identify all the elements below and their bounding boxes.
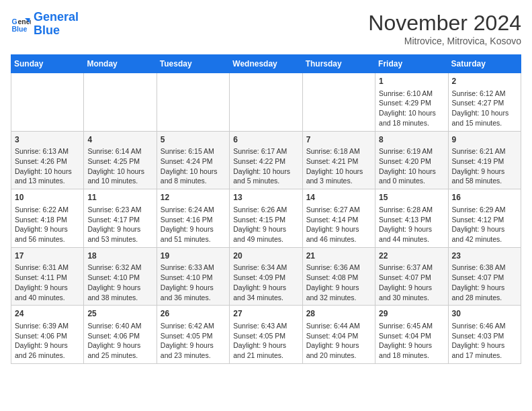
day-info: Sunrise: 6:44 AM Sunset: 4:04 PM Dayligh… xyxy=(306,321,371,361)
calendar-cell: 16Sunrise: 6:29 AM Sunset: 4:12 PM Dayli… xyxy=(448,189,521,248)
calendar-cell xyxy=(157,73,229,132)
weekday-header-tuesday: Tuesday xyxy=(157,55,229,73)
day-info: Sunrise: 6:39 AM Sunset: 4:06 PM Dayligh… xyxy=(15,321,80,361)
logo-text: General Blue xyxy=(34,11,79,38)
day-info: Sunrise: 6:10 AM Sunset: 4:29 PM Dayligh… xyxy=(379,89,444,128)
day-number: 25 xyxy=(87,308,152,320)
calendar-cell: 10Sunrise: 6:22 AM Sunset: 4:18 PM Dayli… xyxy=(11,189,84,248)
calendar-cell: 6Sunrise: 6:17 AM Sunset: 4:22 PM Daylig… xyxy=(230,131,302,189)
calendar-cell: 8Sunrise: 6:19 AM Sunset: 4:20 PM Daylig… xyxy=(375,131,448,189)
calendar-cell: 3Sunrise: 6:13 AM Sunset: 4:26 PM Daylig… xyxy=(11,131,84,189)
day-number: 26 xyxy=(161,308,226,320)
day-info: Sunrise: 6:29 AM Sunset: 4:12 PM Dayligh… xyxy=(452,205,517,244)
weekday-header-friday: Friday xyxy=(375,55,448,73)
header: G eneral Blue General Blue November 2024… xyxy=(11,11,521,46)
calendar-cell: 1Sunrise: 6:10 AM Sunset: 4:29 PM Daylig… xyxy=(375,73,448,132)
day-info: Sunrise: 6:27 AM Sunset: 4:14 PM Dayligh… xyxy=(306,205,371,244)
day-info: Sunrise: 6:31 AM Sunset: 4:11 PM Dayligh… xyxy=(15,263,80,302)
calendar-cell xyxy=(84,73,157,132)
day-number: 1 xyxy=(379,76,444,87)
day-info: Sunrise: 6:15 AM Sunset: 4:24 PM Dayligh… xyxy=(161,146,226,186)
week-row-3: 10Sunrise: 6:22 AM Sunset: 4:18 PM Dayli… xyxy=(11,189,521,248)
day-number: 14 xyxy=(306,192,371,203)
calendar-cell: 27Sunrise: 6:43 AM Sunset: 4:05 PM Dayli… xyxy=(230,306,302,364)
day-info: Sunrise: 6:37 AM Sunset: 4:07 PM Dayligh… xyxy=(379,263,444,302)
day-info: Sunrise: 6:45 AM Sunset: 4:04 PM Dayligh… xyxy=(379,321,444,361)
day-info: Sunrise: 6:28 AM Sunset: 4:13 PM Dayligh… xyxy=(379,205,444,244)
title-area: November 2024 Mitrovice, Mitrovica, Koso… xyxy=(368,11,521,46)
week-row-2: 3Sunrise: 6:13 AM Sunset: 4:26 PM Daylig… xyxy=(11,131,521,189)
calendar-cell xyxy=(302,73,375,132)
day-number: 9 xyxy=(452,134,517,146)
day-info: Sunrise: 6:42 AM Sunset: 4:05 PM Dayligh… xyxy=(161,321,226,361)
day-number: 21 xyxy=(306,250,371,262)
day-number: 18 xyxy=(87,250,152,262)
day-info: Sunrise: 6:12 AM Sunset: 4:27 PM Dayligh… xyxy=(452,89,517,128)
calendar-cell: 11Sunrise: 6:23 AM Sunset: 4:17 PM Dayli… xyxy=(84,189,157,248)
day-number: 29 xyxy=(379,308,444,320)
day-info: Sunrise: 6:21 AM Sunset: 4:19 PM Dayligh… xyxy=(452,146,517,186)
calendar-cell: 30Sunrise: 6:46 AM Sunset: 4:03 PM Dayli… xyxy=(448,306,521,364)
calendar-cell: 7Sunrise: 6:18 AM Sunset: 4:21 PM Daylig… xyxy=(302,131,375,189)
calendar-cell: 12Sunrise: 6:24 AM Sunset: 4:16 PM Dayli… xyxy=(157,189,229,248)
calendar-cell: 19Sunrise: 6:33 AM Sunset: 4:10 PM Dayli… xyxy=(157,247,229,306)
day-number: 11 xyxy=(87,192,152,203)
day-number: 4 xyxy=(87,134,152,146)
day-info: Sunrise: 6:36 AM Sunset: 4:08 PM Dayligh… xyxy=(306,263,371,302)
week-row-5: 24Sunrise: 6:39 AM Sunset: 4:06 PM Dayli… xyxy=(11,306,521,364)
day-number: 30 xyxy=(452,308,517,320)
day-number: 5 xyxy=(161,134,226,146)
day-info: Sunrise: 6:38 AM Sunset: 4:07 PM Dayligh… xyxy=(452,263,517,302)
day-number: 16 xyxy=(452,192,517,203)
logo-general: General xyxy=(34,10,79,24)
calendar-cell: 25Sunrise: 6:40 AM Sunset: 4:06 PM Dayli… xyxy=(84,306,157,364)
calendar-cell: 2Sunrise: 6:12 AM Sunset: 4:27 PM Daylig… xyxy=(448,73,521,132)
day-number: 27 xyxy=(233,308,298,320)
day-number: 12 xyxy=(161,192,226,203)
calendar-cell: 4Sunrise: 6:14 AM Sunset: 4:25 PM Daylig… xyxy=(84,131,157,189)
weekday-header-row: SundayMondayTuesdayWednesdayThursdayFrid… xyxy=(11,55,521,73)
weekday-header-wednesday: Wednesday xyxy=(230,55,302,73)
day-number: 13 xyxy=(233,192,298,203)
day-number: 28 xyxy=(306,308,371,320)
weekday-header-thursday: Thursday xyxy=(302,55,375,73)
day-number: 2 xyxy=(452,76,517,87)
day-info: Sunrise: 6:19 AM Sunset: 4:20 PM Dayligh… xyxy=(379,146,444,186)
day-number: 7 xyxy=(306,134,371,146)
day-number: 8 xyxy=(379,134,444,146)
day-number: 6 xyxy=(233,134,298,146)
weekday-header-sunday: Sunday xyxy=(11,55,84,73)
calendar-cell xyxy=(11,73,84,132)
day-info: Sunrise: 6:13 AM Sunset: 4:26 PM Dayligh… xyxy=(15,146,80,186)
day-info: Sunrise: 6:23 AM Sunset: 4:17 PM Dayligh… xyxy=(87,205,152,244)
day-number: 15 xyxy=(379,192,444,203)
month-title: November 2024 xyxy=(368,11,521,36)
calendar-cell: 5Sunrise: 6:15 AM Sunset: 4:24 PM Daylig… xyxy=(157,131,229,189)
calendar-cell: 24Sunrise: 6:39 AM Sunset: 4:06 PM Dayli… xyxy=(11,306,84,364)
day-info: Sunrise: 6:22 AM Sunset: 4:18 PM Dayligh… xyxy=(15,205,80,244)
logo-blue: Blue xyxy=(34,24,60,37)
calendar-cell: 9Sunrise: 6:21 AM Sunset: 4:19 PM Daylig… xyxy=(448,131,521,189)
weekday-header-saturday: Saturday xyxy=(448,55,521,73)
svg-text:Blue: Blue xyxy=(12,24,28,32)
day-number: 3 xyxy=(15,134,80,146)
day-info: Sunrise: 6:17 AM Sunset: 4:22 PM Dayligh… xyxy=(233,146,298,186)
logo: G eneral Blue General Blue xyxy=(11,11,79,38)
day-number: 19 xyxy=(161,250,226,262)
day-info: Sunrise: 6:40 AM Sunset: 4:06 PM Dayligh… xyxy=(87,321,152,361)
calendar-cell: 18Sunrise: 6:32 AM Sunset: 4:10 PM Dayli… xyxy=(84,247,157,306)
calendar-cell: 14Sunrise: 6:27 AM Sunset: 4:14 PM Dayli… xyxy=(302,189,375,248)
day-info: Sunrise: 6:43 AM Sunset: 4:05 PM Dayligh… xyxy=(233,321,298,361)
day-number: 22 xyxy=(379,250,444,262)
day-info: Sunrise: 6:46 AM Sunset: 4:03 PM Dayligh… xyxy=(452,321,517,361)
calendar-cell: 29Sunrise: 6:45 AM Sunset: 4:04 PM Dayli… xyxy=(375,306,448,364)
calendar-table: SundayMondayTuesdayWednesdayThursdayFrid… xyxy=(11,54,521,364)
calendar-cell: 28Sunrise: 6:44 AM Sunset: 4:04 PM Dayli… xyxy=(302,306,375,364)
day-info: Sunrise: 6:24 AM Sunset: 4:16 PM Dayligh… xyxy=(161,205,226,244)
day-info: Sunrise: 6:26 AM Sunset: 4:15 PM Dayligh… xyxy=(233,205,298,244)
day-info: Sunrise: 6:18 AM Sunset: 4:21 PM Dayligh… xyxy=(306,146,371,186)
calendar-cell: 23Sunrise: 6:38 AM Sunset: 4:07 PM Dayli… xyxy=(448,247,521,306)
calendar-cell: 21Sunrise: 6:36 AM Sunset: 4:08 PM Dayli… xyxy=(302,247,375,306)
day-info: Sunrise: 6:34 AM Sunset: 4:09 PM Dayligh… xyxy=(233,263,298,302)
location: Mitrovice, Mitrovica, Kosovo xyxy=(368,36,521,46)
